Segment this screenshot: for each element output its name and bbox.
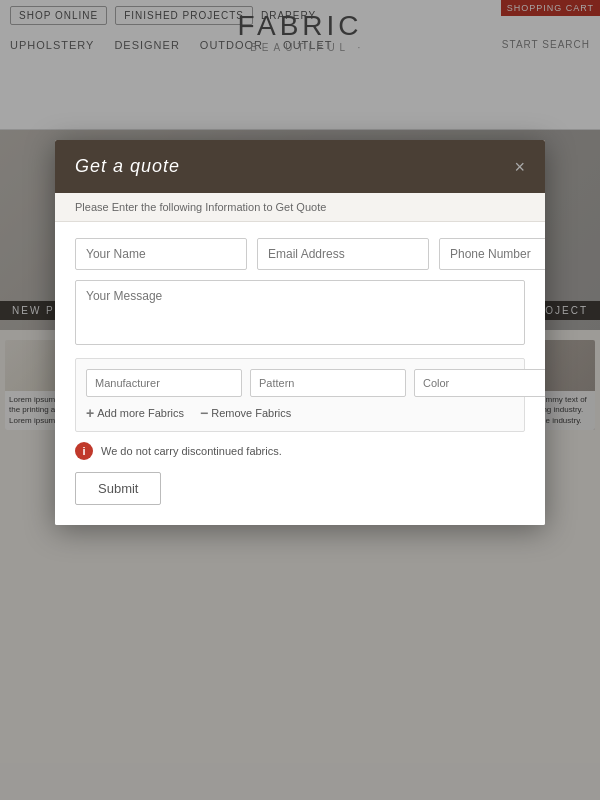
fabrics-actions: + Add more Fabrics − Remove Fabrics: [86, 405, 514, 421]
fabrics-section: + Add more Fabrics − Remove Fabrics: [75, 358, 525, 432]
modal-title: Get a quote: [75, 156, 180, 177]
modal-subheader-text: Please Enter the following Information t…: [75, 201, 326, 213]
add-fabrics-button[interactable]: + Add more Fabrics: [86, 405, 184, 421]
remove-fabrics-button[interactable]: − Remove Fabrics: [200, 405, 291, 421]
submit-button[interactable]: Submit: [75, 472, 161, 505]
modal-body: + Add more Fabrics − Remove Fabrics i We…: [55, 222, 545, 525]
pattern-input[interactable]: [250, 369, 406, 397]
color-input[interactable]: [414, 369, 545, 397]
remove-fabrics-label: Remove Fabrics: [211, 407, 291, 419]
form-row-name: [75, 238, 525, 270]
add-fabrics-plus-icon: +: [86, 405, 94, 421]
fabrics-row: [86, 369, 514, 397]
email-input[interactable]: [257, 238, 429, 270]
info-icon: i: [75, 442, 93, 460]
remove-fabrics-minus-icon: −: [200, 405, 208, 421]
modal-subheader: Please Enter the following Information t…: [55, 193, 545, 222]
name-input[interactable]: [75, 238, 247, 270]
info-text: We do not carry discontinued fabrics.: [101, 445, 282, 457]
message-input[interactable]: [75, 280, 525, 345]
phone-input[interactable]: [439, 238, 545, 270]
info-row: i We do not carry discontinued fabrics.: [75, 442, 525, 460]
modal-close-button[interactable]: ×: [514, 158, 525, 176]
add-fabrics-label: Add more Fabrics: [97, 407, 184, 419]
modal-header: Get a quote ×: [55, 140, 545, 193]
quote-modal: Get a quote × Please Enter the following…: [55, 140, 545, 525]
manufacturer-input[interactable]: [86, 369, 242, 397]
modal-overlay: Get a quote × Please Enter the following…: [0, 0, 600, 800]
